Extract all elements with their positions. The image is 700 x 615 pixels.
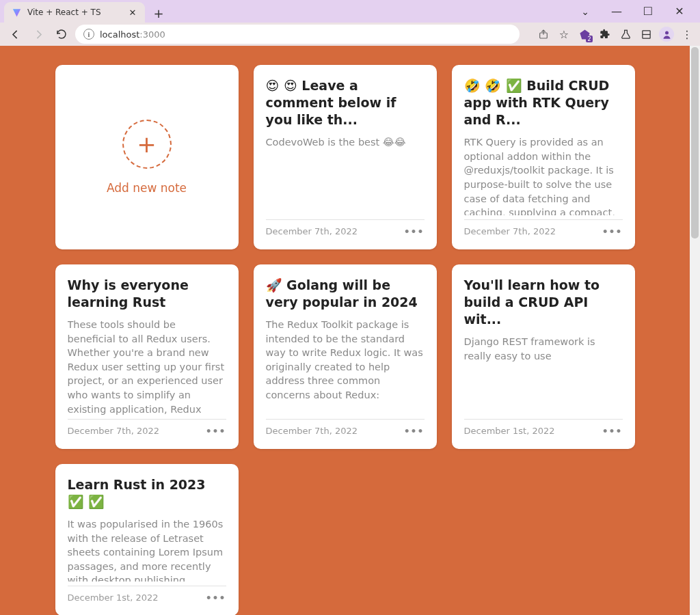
page-content: + Add new note 😍 😍 Leave a comment below… xyxy=(0,46,690,615)
note-options-icon[interactable]: ••• xyxy=(602,226,623,237)
labs-flask-icon[interactable] xyxy=(618,27,633,42)
note-body: CodevoWeb is the best 😂😂 xyxy=(266,135,425,215)
extension-badge: 2 xyxy=(586,36,593,42)
note-date: December 7th, 2022 xyxy=(68,426,160,436)
vertical-scrollbar[interactable] xyxy=(690,46,700,615)
note-footer: December 7th, 2022 ••• xyxy=(464,219,623,243)
note-footer: December 7th, 2022 ••• xyxy=(68,419,226,442)
react-devtools-extension-icon[interactable]: 2 xyxy=(577,27,592,42)
browser-toolbar: i localhost:3000 ☆ 2 ⋮ xyxy=(0,23,700,46)
note-body: These tools should be beneficial to all … xyxy=(68,318,226,415)
note-title: 🚀 Golang will be very popular in 2024 xyxy=(266,277,425,311)
note-footer: December 7th, 2022 ••• xyxy=(266,219,425,243)
scrollbar-thumb[interactable] xyxy=(691,47,699,238)
note-body: Django REST framework is really easy to … xyxy=(464,335,623,415)
note-card[interactable]: Learn Rust in 2023 ✅ ✅ It was popularise… xyxy=(55,464,239,615)
vite-favicon-icon xyxy=(11,7,22,18)
svg-marker-0 xyxy=(12,9,20,16)
note-options-icon[interactable]: ••• xyxy=(404,226,425,237)
note-date: December 1st, 2022 xyxy=(464,426,555,436)
note-options-icon[interactable]: ••• xyxy=(404,426,425,437)
browser-titlebar: Vite + React + TS ✕ + ⌄ — ☐ ✕ xyxy=(0,0,700,23)
kebab-menu-icon[interactable]: ⋮ xyxy=(679,27,695,42)
note-footer: December 1st, 2022 ••• xyxy=(68,586,226,609)
toolbar-right-icons: ☆ 2 ⋮ xyxy=(536,27,695,42)
maximize-icon[interactable]: ☐ xyxy=(638,5,658,18)
note-title: Learn Rust in 2023 ✅ ✅ xyxy=(68,476,226,510)
note-title: 😍 😍 Leave a comment below if you like th… xyxy=(266,77,425,128)
note-date: December 7th, 2022 xyxy=(266,226,358,236)
svg-point-5 xyxy=(665,31,669,34)
url-bar[interactable]: i localhost:3000 xyxy=(75,25,520,44)
note-footer: December 7th, 2022 ••• xyxy=(266,419,425,442)
note-date: December 1st, 2022 xyxy=(68,592,159,603)
browser-window: Vite + React + TS ✕ + ⌄ — ☐ ✕ i localhos… xyxy=(0,0,700,615)
window-controls: ⌄ — ☐ ✕ xyxy=(576,0,697,23)
share-icon[interactable] xyxy=(536,27,551,42)
note-card[interactable]: Why is everyone learning Rust These tool… xyxy=(55,264,239,449)
note-title: Why is everyone learning Rust xyxy=(68,277,226,311)
forward-button[interactable] xyxy=(29,25,48,44)
minimize-icon[interactable]: — xyxy=(607,5,626,18)
note-body: The Redux Toolkit package is intended to… xyxy=(266,318,425,415)
note-date: December 7th, 2022 xyxy=(464,226,556,236)
note-card[interactable]: You'll learn how to build a CRUD API wit… xyxy=(452,264,635,449)
browser-tab-title: Vite + React + TS xyxy=(27,8,122,17)
browser-viewport: + Add new note 😍 😍 Leave a comment below… xyxy=(0,46,700,615)
add-note-label: Add new note xyxy=(107,181,187,195)
close-tab-icon[interactable]: ✕ xyxy=(127,7,138,18)
note-body: It was popularised in the 1960s with the… xyxy=(68,517,226,582)
back-button[interactable] xyxy=(5,25,25,44)
browser-tab[interactable]: Vite + React + TS ✕ xyxy=(4,2,145,23)
site-info-icon[interactable]: i xyxy=(83,29,94,40)
notes-grid: + Add new note 😍 😍 Leave a comment below… xyxy=(55,65,635,615)
plus-icon: + xyxy=(122,120,172,169)
note-options-icon[interactable]: ••• xyxy=(602,426,623,437)
note-title: 🤣 🤣 ✅ Build CRUD app with RTK Query and … xyxy=(464,77,623,128)
note-options-icon[interactable]: ••• xyxy=(206,592,226,603)
note-title: You'll learn how to build a CRUD API wit… xyxy=(464,277,623,328)
note-card[interactable]: 🤣 🤣 ✅ Build CRUD app with RTK Query and … xyxy=(452,65,635,249)
close-window-icon[interactable]: ✕ xyxy=(670,5,689,18)
reload-button[interactable] xyxy=(52,25,71,44)
extensions-puzzle-icon[interactable] xyxy=(597,27,612,42)
note-date: December 7th, 2022 xyxy=(266,426,358,436)
url-text: localhost:3000 xyxy=(100,29,165,40)
bookmark-star-icon[interactable]: ☆ xyxy=(556,27,571,42)
new-tab-button[interactable]: + xyxy=(149,3,168,23)
profile-avatar-icon[interactable] xyxy=(659,27,674,42)
note-options-icon[interactable]: ••• xyxy=(206,426,226,437)
chevron-down-icon[interactable]: ⌄ xyxy=(576,6,595,17)
note-card[interactable]: 🚀 Golang will be very popular in 2024 Th… xyxy=(254,264,437,449)
note-card[interactable]: 😍 😍 Leave a comment below if you like th… xyxy=(254,65,437,249)
note-footer: December 1st, 2022 ••• xyxy=(464,419,623,442)
add-note-button[interactable]: + Add new note xyxy=(55,65,239,249)
device-toolbar-icon[interactable] xyxy=(638,27,654,42)
note-body: RTK Query is provided as an optional add… xyxy=(464,135,623,215)
